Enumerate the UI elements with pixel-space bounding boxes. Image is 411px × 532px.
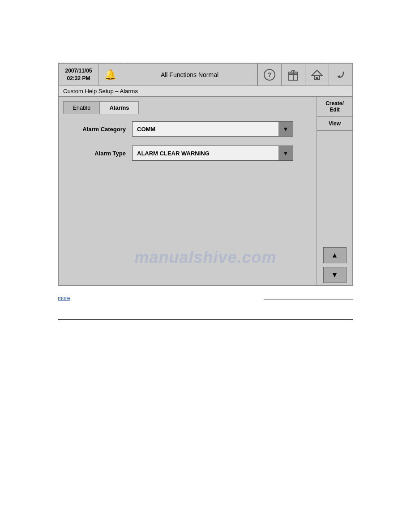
main-content: Enable Alarms Alarm Category COMM ▼ [59,97,317,285]
scroll-up-button[interactable]: ▲ [323,247,347,263]
down-arrow-icon: ▼ [331,271,338,279]
main-panel: 2007/11/05 02:32 PM 🔔 All Functions Norm… [58,63,353,286]
tabs-row: Enable Alarms [63,101,312,114]
datetime-display: 2007/11/05 02:32 PM [59,64,99,86]
breadcrumb: Custom Help Setup – Alarms [59,86,352,97]
scroll-down-button[interactable]: ▼ [323,267,347,283]
view-button[interactable]: View [317,117,352,131]
up-arrow-icon: ▲ [331,251,338,259]
header-bar: 2007/11/05 02:32 PM 🔔 All Functions Norm… [59,64,352,86]
view-label: View [329,120,341,127]
back-icon-button[interactable] [329,64,352,86]
bell-icon[interactable]: 🔔 [99,64,122,86]
home-icon-button[interactable] [305,64,329,86]
svg-text:?: ? [268,71,272,78]
tab-enable[interactable]: Enable [63,101,100,114]
alarm-category-label: Alarm Category [68,126,126,133]
status-text: All Functions Normal [122,64,257,86]
breadcrumb-text: Custom Help Setup – Alarms [63,88,138,94]
create-edit-label: Create/Edit [325,100,344,113]
svg-rect-7 [316,77,318,80]
create-edit-button[interactable]: Create/Edit [317,97,352,117]
alarm-type-row: Alarm Type ALARM CLEAR WARNING ▼ [63,146,312,161]
time-text: 02:32 PM [65,75,92,82]
bottom-area: more [58,286,353,310]
content-area: Enable Alarms Alarm Category COMM ▼ [59,97,352,285]
alarm-category-dropdown[interactable]: COMM ▼ [132,121,293,137]
help-icon-button[interactable]: ? [257,64,281,86]
bottom-line [264,299,353,300]
tab-alarms[interactable]: Alarms [100,101,138,114]
right-sidebar: Create/Edit View ▲ ▼ [317,97,352,285]
alarm-category-row: Alarm Category COMM ▼ [63,121,312,137]
date-text: 2007/11/05 [65,67,92,75]
alarm-category-value: COMM [133,126,278,133]
tab-alarms-label: Alarms [109,104,129,111]
alarm-type-dropdown[interactable]: ALARM CLEAR WARNING ▼ [132,146,293,161]
page-divider [58,319,353,320]
tab-enable-label: Enable [73,104,90,111]
alarm-type-value: ALARM CLEAR WARNING [133,150,278,157]
alarm-category-arrow[interactable]: ▼ [278,122,293,136]
alarm-type-label: Alarm Type [68,150,126,157]
bottom-link[interactable]: more [58,295,70,301]
alarm-type-arrow[interactable]: ▼ [278,146,293,160]
gift-icon-button[interactable] [281,64,305,86]
